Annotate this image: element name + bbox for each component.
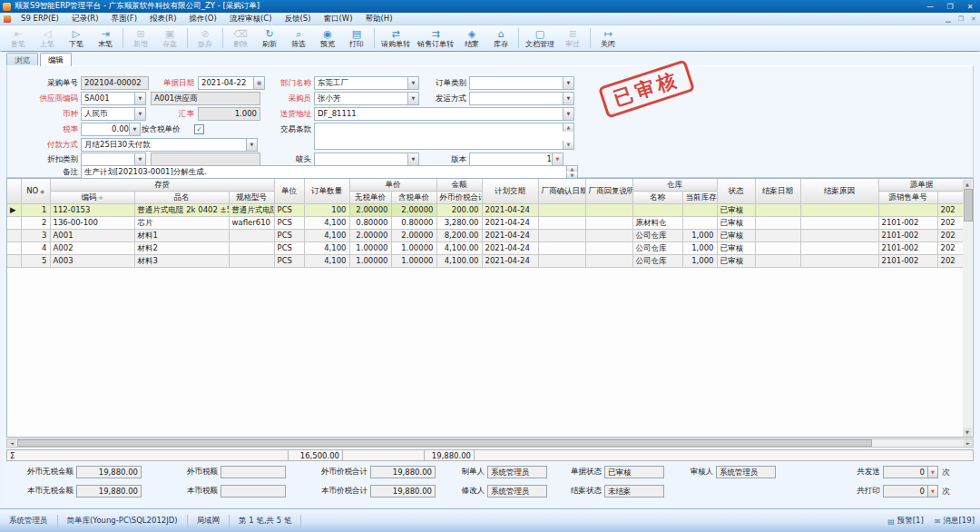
cell[interactable]: 已审核 — [717, 255, 755, 268]
cell[interactable]: 4,100 — [304, 242, 349, 255]
menu-window[interactable]: 窗口(W) — [317, 13, 358, 25]
cell[interactable]: 2 — [21, 217, 50, 230]
col-vendor-reply[interactable]: 厂商回复说明 — [585, 179, 632, 204]
col-status[interactable]: 状态 — [717, 179, 755, 204]
doc-manage-button[interactable]: ▢文档管理 — [522, 25, 558, 51]
menu-view[interactable]: 界面(F) — [104, 13, 143, 25]
tab-browse[interactable]: 浏览 — [6, 53, 38, 66]
remark-field[interactable]: 生产计划[202103-0001]分解生成.▲▼ — [81, 165, 578, 179]
menu-flow-audit[interactable]: 流程审核(C) — [223, 13, 279, 25]
table-row[interactable]: 4A002材料2PCS4,1001.000001.000004,100.0020… — [7, 242, 965, 255]
payment-field[interactable]: 月结25日30天付款▼ — [81, 138, 258, 152]
cell[interactable]: 1.00000 — [349, 255, 391, 268]
cell[interactable]: 8,200.00 — [436, 230, 482, 242]
purchaser-field[interactable]: 张小芳▼ — [314, 92, 419, 105]
scroll-left-icon[interactable]: ◄ — [7, 439, 16, 447]
sort-icon[interactable]: ◆ — [40, 188, 44, 194]
col-name[interactable]: 品名 — [134, 192, 229, 204]
mark-head-field[interactable]: ▼ — [314, 153, 419, 166]
cell[interactable]: 1.00000 — [391, 242, 436, 255]
scroll-down-icon[interactable]: ▼ — [963, 428, 972, 437]
table-row[interactable]: 2136-00-100芯片wafler610PCS4,1000.800000.8… — [7, 217, 965, 230]
cell[interactable]: 普通片式电阻.. — [229, 204, 274, 217]
cell[interactable]: 已审核 — [717, 204, 755, 217]
cell[interactable]: 4,100 — [304, 230, 349, 242]
scroll-down-icon[interactable]: ▼ — [563, 141, 573, 149]
cell[interactable]: 4,100.00 — [436, 255, 482, 268]
cell[interactable]: 公司仓库 — [632, 230, 682, 242]
cell[interactable] — [682, 204, 717, 217]
cell[interactable]: 已审核 — [717, 230, 755, 242]
cell[interactable]: 4 — [21, 242, 50, 255]
row-indicator[interactable] — [7, 255, 21, 268]
cell[interactable]: 202 — [937, 255, 965, 268]
doc-date-field[interactable]: 2021-04-22▦ — [198, 76, 265, 90]
cell[interactable]: 2021-04-24 — [482, 217, 538, 230]
cell[interactable]: 2021-04-24 — [482, 204, 538, 217]
col-amount-fx[interactable]: 外币价税合计 — [436, 192, 482, 204]
cell[interactable]: PCS — [274, 230, 304, 242]
col-spec[interactable]: 规格型号 — [229, 192, 274, 204]
chevron-down-icon[interactable]: ▼ — [134, 153, 145, 165]
tax-rate-field[interactable]: 0.00▼ — [81, 123, 141, 136]
cell[interactable]: 202 — [937, 204, 965, 217]
cell[interactable] — [229, 255, 274, 268]
col-no[interactable]: NO◆ — [21, 179, 50, 204]
cell[interactable] — [682, 217, 717, 230]
cell[interactable]: 1,000 — [682, 255, 717, 268]
cell[interactable]: 材料3 — [134, 255, 229, 268]
cell[interactable] — [538, 242, 585, 255]
tax-inclusive-checkbox[interactable]: ✓ — [194, 124, 204, 134]
col-price-ex[interactable]: 无税单价 — [349, 192, 391, 204]
cell[interactable] — [800, 242, 878, 255]
cell[interactable] — [755, 204, 800, 217]
cell[interactable]: 芯片 — [134, 217, 229, 230]
req-order-transfer-button[interactable]: ⇄请购单转 — [377, 25, 414, 51]
menu-operate[interactable]: 操作(O) — [183, 13, 223, 25]
inventory-button[interactable]: ⌂库存 — [486, 25, 515, 51]
chevron-down-icon[interactable]: ▼ — [563, 77, 573, 89]
grid-header[interactable]: NO◆ 存货 单位 订单数量 单价 金额 计划交期 厂商确认日期 厂商回复说明 … — [7, 179, 965, 204]
department-field[interactable]: 东莞工厂▼ — [314, 76, 419, 90]
col-wh-name[interactable]: 名称 — [632, 192, 682, 204]
order-category-field[interactable]: ▼ — [469, 76, 574, 90]
cell[interactable] — [585, 242, 632, 255]
col-source-sales-no[interactable]: 源销售单号 — [878, 192, 937, 204]
close-case-button[interactable]: ◈结案 — [457, 25, 486, 51]
cell[interactable]: 原材料仓 — [632, 217, 682, 230]
spinner-icon[interactable]: ▼ — [928, 466, 938, 478]
cell[interactable]: A001 — [50, 230, 134, 242]
chevron-down-icon[interactable]: ▼ — [246, 139, 257, 151]
ship-method-field[interactable]: ▼ — [469, 92, 574, 105]
version-field[interactable]: 1▼ — [469, 153, 564, 166]
cell[interactable]: 2101-002 — [878, 230, 937, 242]
col-close-reason[interactable]: 结案原因 — [800, 179, 878, 204]
cell[interactable]: PCS — [274, 255, 304, 268]
cell[interactable]: 2.00000 — [349, 230, 391, 242]
cell[interactable]: 202 — [937, 242, 965, 255]
next-record-button[interactable]: ▷下笔 — [62, 25, 91, 51]
cell[interactable] — [585, 204, 632, 217]
cell[interactable]: 3 — [21, 230, 50, 242]
spinner-icon[interactable]: ▼ — [552, 153, 563, 165]
cell[interactable]: 202 — [937, 230, 965, 242]
cell[interactable]: 136-00-100 — [50, 217, 134, 230]
maximize-button[interactable]: ❐ — [940, 0, 960, 13]
cell[interactable]: 2101-002 — [878, 217, 937, 230]
menu-help[interactable]: 帮助(H) — [359, 13, 399, 25]
scroll-right-icon[interactable]: ► — [964, 439, 973, 447]
cell[interactable]: 1 — [21, 204, 50, 217]
cell[interactable] — [755, 255, 800, 268]
cell[interactable]: 202 — [937, 217, 965, 230]
cell[interactable]: 1.00000 — [391, 255, 436, 268]
cell[interactable] — [755, 230, 800, 242]
cell[interactable]: 2021-04-24 — [482, 242, 538, 255]
cell[interactable]: 普通片式电阻 2k 0402 ±5% 1/16W — [134, 204, 229, 217]
cell[interactable]: A003 — [50, 255, 134, 268]
chevron-down-icon[interactable]: ▼ — [134, 93, 145, 104]
cell[interactable] — [585, 217, 632, 230]
pin-icon[interactable]: ✛ — [98, 194, 103, 201]
row-indicator[interactable] — [7, 217, 21, 230]
filter-button[interactable]: ⌕筛选 — [284, 25, 313, 51]
col-close-date[interactable]: 结案日期 — [755, 179, 800, 204]
